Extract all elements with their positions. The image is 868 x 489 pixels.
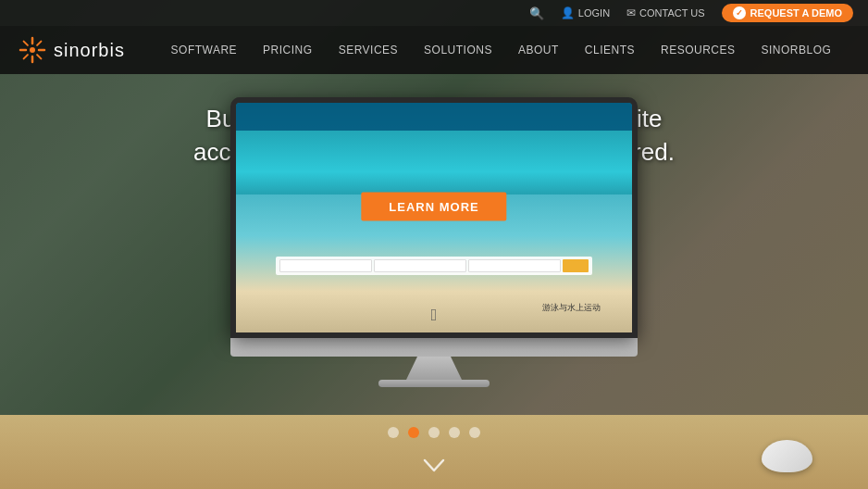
navbar: sinorbis SOFTWARE PRICING SERVICES SOLUT… — [0, 26, 868, 74]
envelope-icon: ✉ — [626, 6, 636, 19]
logo-text: sinorbis — [54, 40, 125, 61]
slider-dots — [388, 427, 480, 438]
screen-learn-more-button[interactable]: LEARN MORE — [361, 192, 506, 220]
svg-point-0 — [30, 47, 35, 53]
nav-sinorblog[interactable]: SINORBLOG — [749, 44, 845, 56]
nav-clients[interactable]: CLIENTS — [572, 44, 648, 56]
screen-top-bar — [236, 103, 632, 131]
nav-about[interactable]: ABOUT — [505, 44, 572, 56]
monitor: 游泳与水上运动 LEARN MORE  — [230, 97, 638, 338]
search-icon[interactable]: 🔍 — [529, 6, 544, 20]
check-icon: ✓ — [733, 6, 746, 19]
nav-resources[interactable]: RESOURCES — [648, 44, 749, 56]
monitor-wrapper: 游泳与水上运动 LEARN MORE  — [212, 97, 656, 387]
slider-dot-5[interactable] — [469, 427, 480, 438]
apple-logo-icon:  — [431, 306, 438, 325]
logo-icon — [19, 36, 46, 64]
nav-solutions[interactable]: SOLUTIONS — [411, 44, 505, 56]
scroll-down-arrow[interactable] — [423, 457, 445, 478]
nav-pricing[interactable]: PRICING — [250, 44, 326, 56]
logo[interactable]: sinorbis — [19, 36, 125, 64]
monitor-stand — [406, 357, 462, 380]
svg-line-7 — [37, 42, 41, 45]
slider-dot-2[interactable] — [408, 427, 419, 438]
nav-software[interactable]: SOFTWARE — [158, 44, 251, 56]
svg-line-6 — [37, 55, 41, 58]
nav-links: SOFTWARE PRICING SERVICES SOLUTIONS ABOU… — [153, 44, 849, 56]
topbar: 🔍 👤 LOGIN ✉ CONTACT US ✓ REQUEST A DEMO — [0, 0, 868, 26]
slider-dot-4[interactable] — [449, 427, 460, 438]
contact-link[interactable]: ✉ CONTACT US — [626, 6, 705, 19]
slider-dot-1[interactable] — [388, 427, 399, 438]
screen-search-button — [563, 259, 589, 272]
screen-chinese-text: 游泳与水上运动 — [542, 302, 601, 314]
screen-search-bar — [276, 257, 592, 275]
nav-services[interactable]: SERVICES — [326, 44, 411, 56]
svg-line-8 — [24, 55, 28, 58]
monitor-screen: 游泳与水上运动 LEARN MORE  — [236, 103, 632, 332]
screen-search-field-1 — [279, 259, 372, 272]
user-icon: 👤 — [561, 6, 575, 19]
login-link[interactable]: 👤 LOGIN — [561, 6, 610, 19]
screen-search-field-3 — [468, 259, 561, 272]
slider-dot-3[interactable] — [428, 427, 440, 438]
svg-line-5 — [24, 42, 28, 45]
monitor-chin — [230, 338, 638, 357]
request-demo-button[interactable]: ✓ REQUEST A DEMO — [722, 4, 853, 22]
mouse — [762, 440, 812, 472]
monitor-base — [378, 380, 490, 387]
screen-search-field-2 — [374, 259, 466, 272]
